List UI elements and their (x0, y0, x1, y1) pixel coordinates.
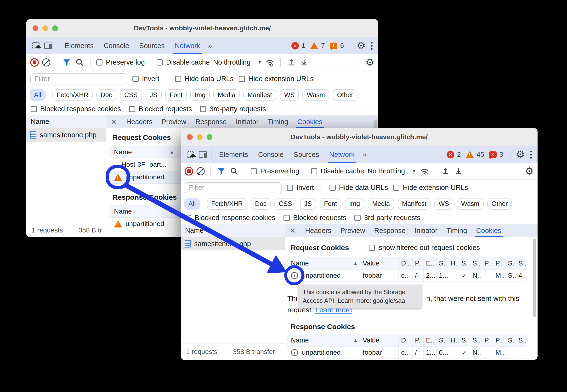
cookie-row[interactable]: i unpartitioned foobarc.../1...6...✓N..M… (287, 347, 527, 359)
column-header[interactable]: P.. (493, 334, 506, 346)
preserve-log-checkbox[interactable]: Preserve log (251, 167, 299, 175)
cookie-cell[interactable]: N.. (470, 269, 482, 281)
type-chip[interactable]: Media (213, 89, 240, 101)
cookie-cell[interactable]: M.. (493, 269, 506, 281)
detail-tab[interactable]: Response (195, 115, 227, 128)
name-column-header[interactable]: Name (181, 224, 285, 237)
type-chip[interactable]: WS (434, 198, 453, 210)
request-row[interactable]: samesitenone.php (26, 128, 106, 141)
type-chip[interactable]: Font (165, 89, 187, 101)
type-chip[interactable]: Other (333, 89, 358, 101)
clear-icon[interactable] (42, 58, 50, 67)
cookie-cell[interactable] (506, 347, 516, 359)
type-chip[interactable]: Manifest (243, 89, 276, 101)
column-header[interactable]: S.. (470, 334, 482, 346)
close-icon[interactable]: ✕ (111, 118, 117, 126)
more-tabs-icon[interactable]: » (362, 146, 366, 163)
error-badge-icon[interactable]: ✕ (447, 151, 454, 158)
close-window-button[interactable] (187, 134, 193, 140)
column-header[interactable]: D. (399, 334, 413, 346)
record-icon[interactable] (185, 167, 193, 176)
cookie-cell[interactable] (482, 269, 493, 281)
cookie-cell[interactable] (448, 347, 459, 359)
column-header[interactable]: S.. (516, 334, 527, 346)
blocked-filter-checkbox[interactable]: Blocked response cookies (185, 214, 275, 222)
issues-badge-icon[interactable]: ! (330, 42, 337, 49)
column-header[interactable]: S.. (470, 257, 482, 269)
throttling-select[interactable]: No throttling (368, 167, 405, 175)
name-column-header[interactable]: Name (26, 115, 106, 128)
detail-tab[interactable]: Headers (126, 115, 152, 128)
cookie-cell[interactable]: 4.. (516, 269, 527, 281)
filter-funnel-icon[interactable] (62, 57, 72, 68)
type-chip[interactable]: Font (320, 198, 341, 210)
detail-tab[interactable]: Initiator (236, 115, 259, 128)
cookie-cell[interactable]: / (413, 269, 424, 281)
column-header[interactable]: Value (360, 334, 399, 346)
column-header[interactable]: S. (506, 334, 516, 346)
column-header[interactable]: D... (399, 257, 413, 269)
request-row[interactable]: samesitenone.php (181, 237, 285, 251)
detail-tab[interactable]: Initiator (415, 224, 437, 237)
network-conditions-icon[interactable] (265, 57, 275, 68)
type-chip[interactable]: Fetch/XHR (207, 198, 247, 210)
cookie-cell[interactable]: c... (399, 347, 413, 359)
cookie-cell[interactable]: ✓ (459, 269, 470, 281)
column-header[interactable]: S. (436, 334, 448, 346)
cookie-cell[interactable]: 6... (436, 347, 448, 359)
detail-tab[interactable]: Preview (162, 115, 186, 128)
blocked-filter-checkbox[interactable]: 3rd-party requests (354, 214, 420, 222)
devtools-tab[interactable]: Console (258, 146, 284, 163)
import-har-icon[interactable] (441, 166, 450, 177)
type-chip[interactable]: Doc (96, 89, 116, 101)
cookie-cell[interactable]: / (413, 347, 424, 359)
device-toolbar-icon[interactable] (197, 148, 209, 161)
search-icon[interactable] (75, 57, 85, 68)
record-icon[interactable] (30, 58, 39, 67)
inspect-element-icon[interactable] (30, 40, 42, 52)
type-chip[interactable]: Manifest (398, 198, 431, 210)
type-chip[interactable]: Img (345, 198, 364, 210)
column-header[interactable]: S. (459, 334, 470, 346)
zoom-window-button[interactable] (207, 134, 212, 140)
cookie-cell[interactable]: c... (399, 269, 413, 281)
column-header[interactable]: P. (413, 334, 424, 346)
cookie-cell[interactable]: 1... (436, 269, 448, 281)
type-chip[interactable]: Other (487, 198, 512, 210)
detail-tab[interactable]: Cookies (297, 115, 323, 128)
name-column-header[interactable]: Name ▲ (287, 334, 360, 346)
network-conditions-icon[interactable] (419, 166, 429, 177)
more-tabs-icon[interactable]: » (208, 37, 212, 54)
column-header[interactable]: E.. (424, 257, 436, 269)
filter-input[interactable] (30, 73, 127, 84)
import-har-icon[interactable] (286, 57, 296, 68)
column-header[interactable]: S.. (516, 257, 527, 269)
column-header[interactable]: H. (448, 334, 459, 346)
zoom-window-button[interactable] (52, 25, 58, 31)
type-chip[interactable]: Img (190, 89, 210, 101)
device-toolbar-icon[interactable] (42, 40, 55, 52)
cookie-cell[interactable]: foobar (360, 269, 399, 281)
detail-tab[interactable]: Timing (447, 224, 467, 237)
type-chip[interactable]: JS (146, 89, 162, 101)
disable-cache-checkbox[interactable]: Disable cache (157, 58, 210, 66)
export-har-icon[interactable] (299, 57, 309, 68)
blocked-filter-checkbox[interactable]: Blocked response cookies (31, 105, 121, 113)
devtools-tab[interactable]: Sources (294, 146, 319, 163)
settings-gear-icon[interactable]: ⚙ (516, 150, 525, 160)
hide-data-urls-checkbox[interactable]: Hide data URLs (329, 184, 388, 192)
export-har-icon[interactable] (454, 166, 463, 177)
column-header[interactable]: E.. (424, 334, 436, 346)
warning-icon[interactable] (114, 174, 122, 181)
column-header[interactable]: P. (413, 257, 424, 269)
cookie-cell[interactable]: ✓ (459, 347, 470, 359)
type-chip[interactable]: Media (368, 198, 394, 210)
type-chip[interactable]: Wasm (457, 198, 484, 210)
filter-funnel-icon[interactable] (216, 166, 226, 177)
cookie-cell[interactable] (482, 347, 493, 359)
cookie-row[interactable]: i unpartitioned foobarc.../2...1...✓N..M… (287, 269, 527, 281)
type-chip[interactable]: All (184, 198, 200, 210)
name-column-header[interactable]: Name ▲ (287, 257, 360, 269)
info-icon[interactable]: i (291, 349, 298, 356)
cookie-cell[interactable]: M.. (493, 347, 506, 359)
